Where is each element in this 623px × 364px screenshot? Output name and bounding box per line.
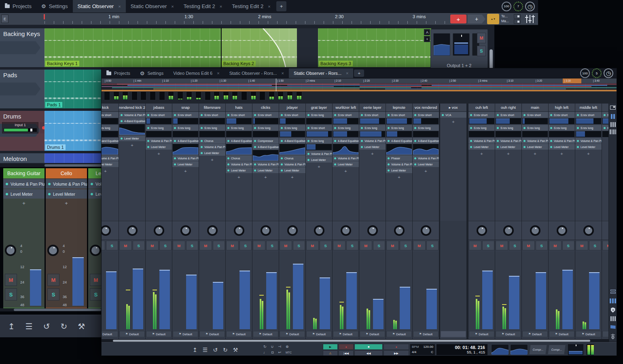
- plugin-enabled-dot[interactable]: [550, 140, 552, 142]
- volume-fader-bar[interactable]: [536, 272, 546, 329]
- volume-fader-bar[interactable]: [426, 289, 437, 329]
- plugin-enabled-dot[interactable]: [227, 140, 229, 142]
- send-level-box[interactable]: [306, 118, 332, 124]
- send-level-box[interactable]: [576, 118, 601, 124]
- panel-view-icon[interactable]: [610, 106, 616, 110]
- close-icon[interactable]: ×: [282, 71, 284, 76]
- plugin-enabled-dot[interactable]: [414, 127, 416, 129]
- plugin-row-volume-pan-plugin[interactable]: Volume & Pan Plugin: [386, 161, 412, 167]
- send-level-box[interactable]: [360, 118, 385, 124]
- track-io-chevron[interactable]: [0, 41, 40, 54]
- arrange-tab-testing-edit-2[interactable]: Testing Edit 2×: [179, 0, 227, 13]
- meters-view-icon[interactable]: [610, 298, 616, 303]
- plugin-row-s-rev-short[interactable]: S:rev short: [575, 112, 602, 118]
- plugin-enabled-dot[interactable]: [388, 163, 390, 165]
- channel-strip-clicks[interactable]: clicksS:rev shortS:rev longCompressor4-B…: [252, 104, 279, 339]
- volume-fader-bar[interactable]: [133, 269, 143, 329]
- pan-knob[interactable]: [47, 245, 59, 256]
- volume-fader-bar[interactable]: [562, 270, 573, 329]
- mixer-tab-static-observer-rors-[interactable]: Static Observer - Rors...×: [225, 68, 289, 78]
- automation-badge[interactable]: A: [424, 30, 430, 35]
- lock-icon[interactable]: ◘: [271, 350, 273, 355]
- add-plugin-button[interactable]: +: [172, 167, 199, 174]
- send-level-box[interactable]: [280, 131, 305, 137]
- send-level-box[interactable]: [306, 144, 332, 150]
- pan-knob[interactable]: [207, 225, 218, 236]
- close-icon[interactable]: ×: [268, 4, 270, 9]
- plugin-row-s-rev-long[interactable]: S:rev long: [199, 125, 225, 131]
- plugin-enabled-dot[interactable]: [227, 114, 229, 116]
- volume-fader-bar[interactable]: [482, 271, 493, 329]
- plugin-enabled-dot[interactable]: [550, 114, 552, 116]
- plugin-row-s-rev-long[interactable]: S:rev long: [279, 125, 305, 131]
- mute-button[interactable]: M: [360, 241, 372, 250]
- plugin-enabled-dot[interactable]: [201, 146, 203, 148]
- return-icon[interactable]: ↩: [278, 350, 281, 355]
- plugin-enabled-dot[interactable]: [227, 127, 229, 129]
- channel-strip-kick[interactable]: kickS:rev shortS:rev long4-Band Equalise…: [102, 104, 119, 339]
- plugin-row-volume-pan-plugin[interactable]: Volume & Pan Plugin: [88, 179, 101, 188]
- mute-button[interactable]: M: [146, 241, 159, 250]
- plugin-row-s-rev-long[interactable]: S:rev long: [522, 125, 548, 131]
- mute-button[interactable]: M: [576, 241, 588, 250]
- plugin-row-volume-pan-plugin[interactable]: Volume & Pan Plugin: [3, 179, 44, 188]
- volume-fader-bar[interactable]: [400, 287, 410, 329]
- output-master-panel[interactable]: MSOutput 1 + 2A+: [430, 29, 488, 70]
- solo-button[interactable]: S: [589, 241, 602, 250]
- playhead-line[interactable]: [276, 78, 276, 91]
- preset-default-button[interactable]: ⚑Default: [102, 331, 118, 337]
- plugin-enabled-dot[interactable]: [388, 169, 390, 171]
- eq-curve-thumbnail[interactable]: [413, 144, 439, 154]
- add-plugin-button[interactable]: +: [359, 150, 386, 156]
- send-level-box[interactable]: [173, 131, 198, 137]
- plugin-row-level-meter[interactable]: Level Meter: [146, 144, 172, 150]
- plugin-row-s-rev-short[interactable]: S:rev short: [333, 112, 359, 118]
- record-arm-button[interactable]: ●: [339, 344, 354, 350]
- plugin-enabled-dot[interactable]: [48, 193, 51, 195]
- level-gauge[interactable]: 7: [513, 2, 523, 11]
- plugin-row-volume-pan-plugin[interactable]: Volume & Pan Plugin: [119, 112, 145, 118]
- plugin-row-level-meter[interactable]: Level Meter: [333, 161, 359, 167]
- solo-button[interactable]: S: [186, 241, 199, 250]
- pan-knob[interactable]: [102, 225, 111, 236]
- plugin-enabled-dot[interactable]: [281, 140, 283, 142]
- plugin-row-volume-pan-plugin[interactable]: Volume & Pan Plugin: [46, 179, 87, 188]
- plugin-enabled-dot[interactable]: [550, 146, 552, 148]
- preset-default-button[interactable]: ⚑Default: [413, 331, 439, 337]
- volume-fader-bar[interactable]: [213, 282, 223, 329]
- plugin-enabled-dot[interactable]: [121, 114, 123, 116]
- send-level-box[interactable]: [413, 131, 439, 137]
- plugin-enabled-dot[interactable]: [174, 157, 176, 159]
- plugin-enabled-dot[interactable]: [281, 157, 283, 159]
- pan-knob[interactable]: [341, 225, 351, 236]
- send-level-box[interactable]: [549, 131, 574, 137]
- plugin-enabled-dot[interactable]: [91, 193, 93, 195]
- add-plugin-button[interactable]: +: [46, 199, 87, 207]
- plugin-row-s-rev-short[interactable]: S:rev short: [146, 112, 172, 118]
- preset-default-button[interactable]: ⚑Default: [146, 331, 172, 337]
- solo-button[interactable]: S: [159, 241, 172, 250]
- preset-default-button[interactable]: ⚑Default: [496, 331, 521, 337]
- pan-knob[interactable]: [287, 225, 298, 236]
- plugin-row-vca[interactable]: VCA: [440, 112, 466, 118]
- plugin-enabled-dot[interactable]: [388, 140, 390, 142]
- pan-knob[interactable]: [583, 225, 594, 236]
- add-plugin-button[interactable]: +: [226, 174, 252, 180]
- plugin-row-s-rev-long[interactable]: S:rev long: [549, 125, 575, 131]
- pan-knob[interactable]: [557, 225, 567, 236]
- metronome-icon[interactable]: ♩: [263, 350, 267, 355]
- plugin-row-level-meter[interactable]: Level Meter: [359, 144, 386, 150]
- solo-button[interactable]: S: [536, 241, 548, 250]
- plugin-enabled-dot[interactable]: [388, 114, 390, 116]
- mute-button[interactable]: M: [173, 241, 185, 250]
- plugin-enabled-dot[interactable]: [281, 114, 283, 116]
- plugin-enabled-dot[interactable]: [497, 114, 499, 116]
- close-icon[interactable]: ×: [217, 71, 219, 76]
- preset-default-button[interactable]: ⚑Default: [360, 331, 385, 337]
- mixer-tab-projects[interactable]: Projects: [102, 68, 135, 78]
- plugin-enabled-dot[interactable]: [254, 140, 256, 142]
- master-fader-thumbnail[interactable]: [453, 33, 470, 56]
- add-plugin-button[interactable]: +: [549, 150, 575, 156]
- mute-button[interactable]: M: [253, 241, 265, 250]
- solo-button[interactable]: S: [133, 241, 145, 250]
